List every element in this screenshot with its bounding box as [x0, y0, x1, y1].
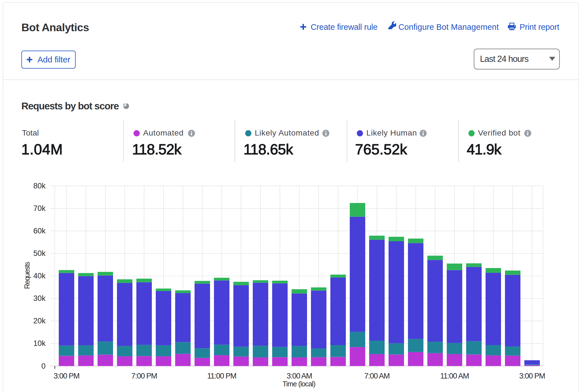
svg-text:7:00 AM: 7:00 AM — [364, 372, 390, 380]
svg-text:Requests: Requests — [23, 262, 31, 289]
svg-text:11:00 AM: 11:00 AM — [440, 372, 469, 380]
svg-text:3:00 PM: 3:00 PM — [54, 372, 79, 380]
svg-text:7:00 PM: 7:00 PM — [131, 372, 157, 380]
svg-text:80k: 80k — [33, 182, 46, 190]
svg-text:20k: 20k — [33, 317, 46, 325]
svg-text:70k: 70k — [33, 204, 46, 213]
svg-text:11:00 PM: 11:00 PM — [207, 372, 236, 380]
svg-text:60k: 60k — [33, 227, 46, 235]
svg-text:40k: 40k — [33, 272, 46, 280]
svg-text:30k: 30k — [33, 294, 46, 303]
svg-text:50k: 50k — [33, 249, 46, 258]
svg-text:3:00 PM: 3:00 PM — [519, 372, 545, 380]
svg-text:0: 0 — [41, 362, 46, 370]
svg-text:10k: 10k — [33, 339, 46, 348]
svg-text:Time (local): Time (local) — [283, 380, 315, 388]
svg-text:3:00 AM: 3:00 AM — [287, 372, 312, 380]
